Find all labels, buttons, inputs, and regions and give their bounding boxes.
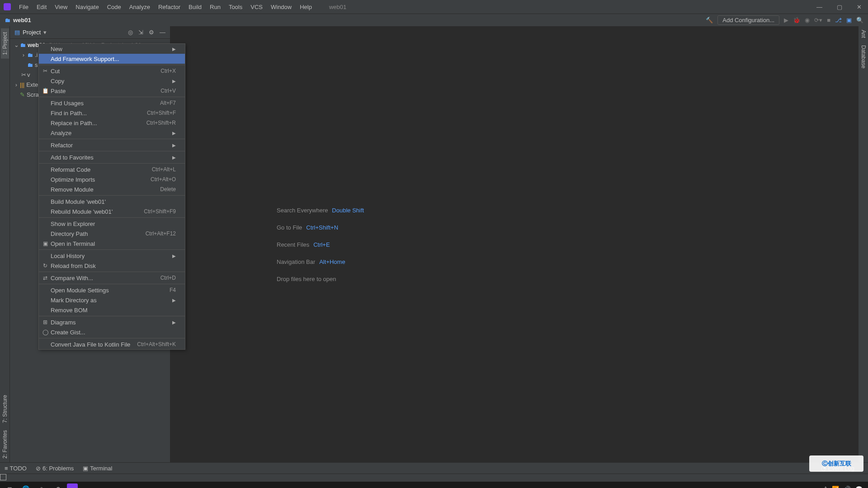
context-menu-item[interactable]: 📋PasteCtrl+V bbox=[39, 86, 185, 96]
menu-window[interactable]: Window bbox=[267, 2, 295, 12]
context-menu-item[interactable]: Local History▶ bbox=[39, 251, 185, 261]
context-menu-item[interactable]: Find in Path...Ctrl+Shift+F bbox=[39, 108, 185, 118]
tool-window-toggle-icon[interactable] bbox=[0, 474, 6, 480]
menu-item-shortcut: F4 bbox=[170, 287, 176, 293]
volume-icon[interactable]: 🔊 bbox=[844, 486, 851, 488]
maximize-icon[interactable]: ▢ bbox=[834, 3, 845, 11]
context-menu-item[interactable]: ◯Create Gist... bbox=[39, 327, 185, 337]
context-menu-item[interactable]: Mark Directory as▶ bbox=[39, 295, 185, 305]
menu-refactor[interactable]: Refactor bbox=[155, 2, 184, 12]
system-tray[interactable]: ˄ 📶 🔊 💬 bbox=[824, 486, 866, 488]
gutter-favorites[interactable]: 2: Favorites bbox=[1, 427, 9, 462]
menu-view[interactable]: View bbox=[51, 2, 71, 12]
edge-icon[interactable]: 🌐 bbox=[18, 483, 33, 488]
context-menu-item[interactable]: ▣Open in Terminal bbox=[39, 239, 185, 249]
menu-separator bbox=[39, 65, 185, 65]
chevron-down-icon[interactable]: ▾ bbox=[43, 29, 47, 36]
hide-icon[interactable]: — bbox=[160, 29, 165, 36]
context-menu-item[interactable]: Directory PathCtrl+Alt+F12 bbox=[39, 229, 185, 239]
menu-separator bbox=[39, 139, 185, 139]
status-problems[interactable]: ⊘6: Problems bbox=[36, 465, 74, 472]
locate-icon[interactable]: ◎ bbox=[128, 29, 133, 36]
menu-item-label: Find in Path... bbox=[51, 110, 147, 117]
context-menu-item[interactable]: New▶ bbox=[39, 44, 185, 54]
notifications-icon[interactable]: 💬 bbox=[855, 486, 863, 488]
context-menu-item[interactable]: Build Module 'web01' bbox=[39, 197, 185, 206]
context-menu-item[interactable]: Remove ModuleDelete bbox=[39, 184, 185, 194]
ide-bottom-strip bbox=[0, 474, 868, 482]
menu-separator bbox=[39, 97, 185, 97]
menu-vcs[interactable]: VCS bbox=[247, 2, 266, 12]
menu-file[interactable]: File bbox=[15, 2, 32, 12]
minimize-icon[interactable]: — bbox=[814, 3, 825, 11]
add-configuration-button[interactable]: Add Configuration... bbox=[717, 15, 779, 25]
menu-item-shortcut: Ctrl+Shift+F bbox=[147, 110, 176, 116]
context-menu-item[interactable]: Replace in Path...Ctrl+Shift+R bbox=[39, 118, 185, 128]
menu-tools[interactable]: Tools bbox=[225, 2, 246, 12]
run-icon[interactable]: ▶ bbox=[784, 17, 788, 23]
stop-icon[interactable]: ■ bbox=[827, 17, 830, 23]
tray-chevron-icon[interactable]: ˄ bbox=[824, 486, 827, 488]
gutter-structure[interactable]: 7: Structure bbox=[1, 391, 9, 427]
menu-item-label: Mark Directory as bbox=[51, 297, 172, 304]
panel-title[interactable]: Project bbox=[23, 29, 41, 36]
gear-icon[interactable]: ⚙ bbox=[149, 29, 154, 36]
menu-build[interactable]: Build bbox=[185, 2, 205, 12]
close-icon[interactable]: ✕ bbox=[854, 3, 864, 11]
menu-separator bbox=[39, 195, 185, 196]
wifi-icon[interactable]: 📶 bbox=[832, 486, 839, 488]
gutter-ant[interactable]: Ant bbox=[859, 26, 868, 42]
menu-item-label: Cut bbox=[51, 68, 160, 75]
menu-item-shortcut: Delete bbox=[160, 186, 176, 192]
intellij-icon[interactable] bbox=[67, 483, 78, 488]
build-icon[interactable]: 🔨 bbox=[706, 17, 713, 23]
menu-navigate[interactable]: Navigate bbox=[72, 2, 102, 12]
status-todo[interactable]: ≡TODO bbox=[5, 465, 27, 472]
submenu-arrow-icon: ▶ bbox=[172, 155, 176, 160]
chip-icon[interactable]: ▣ bbox=[846, 17, 852, 23]
menu-item-label: Diagrams bbox=[51, 319, 172, 326]
menu-analyze[interactable]: Analyze bbox=[126, 2, 154, 12]
status-terminal[interactable]: ▣Terminal bbox=[83, 465, 112, 472]
menu-item-shortcut: Ctrl+Shift+F9 bbox=[144, 208, 176, 215]
context-menu-item[interactable]: ↻Reload from Disk bbox=[39, 261, 185, 271]
context-menu-item[interactable]: Optimize ImportsCtrl+Alt+O bbox=[39, 174, 185, 184]
menu-item-label: Compare With... bbox=[51, 275, 160, 282]
coverage-icon[interactable]: ◉ bbox=[805, 17, 810, 23]
context-menu-item[interactable]: ⇄Compare With...Ctrl+D bbox=[39, 273, 185, 283]
start-button[interactable]: ⊞ bbox=[2, 483, 17, 488]
context-menu-item[interactable]: Rebuild Module 'web01'Ctrl+Shift+F9 bbox=[39, 206, 185, 216]
menu-edit[interactable]: Edit bbox=[33, 2, 50, 12]
debug-icon[interactable]: 🐞 bbox=[793, 17, 800, 23]
context-menu-item[interactable]: ✂CutCtrl+X bbox=[39, 66, 185, 76]
left-gutter: 1: Project 7: Structure 2: Favorites bbox=[0, 26, 10, 462]
search-icon[interactable]: 🔍 bbox=[856, 17, 863, 23]
settings-icon[interactable]: ⚙ bbox=[51, 483, 66, 488]
context-menu-item[interactable]: Refactor▶ bbox=[39, 140, 185, 150]
context-menu-item[interactable]: Reformat CodeCtrl+Alt+L bbox=[39, 164, 185, 174]
menu-code[interactable]: Code bbox=[104, 2, 125, 12]
menu-item-label: Add to Favorites bbox=[51, 154, 172, 161]
explorer-icon[interactable]: 🗂 bbox=[34, 483, 50, 488]
context-menu-item[interactable]: Find UsagesAlt+F7 bbox=[39, 98, 185, 108]
context-menu-item[interactable]: ⊞Diagrams▶ bbox=[39, 317, 185, 327]
context-menu-item[interactable]: Analyze▶ bbox=[39, 128, 185, 138]
context-menu-item[interactable]: Convert Java File to Kotlin FileCtrl+Alt… bbox=[39, 339, 185, 349]
git-icon[interactable]: ⎇ bbox=[835, 17, 842, 23]
menu-item-label: Convert Java File to Kotlin File bbox=[51, 341, 137, 348]
menu-run[interactable]: Run bbox=[206, 2, 224, 12]
gutter-database[interactable]: Database bbox=[859, 42, 868, 72]
context-menu-item[interactable]: Add Framework Support... bbox=[39, 54, 185, 64]
profile-icon[interactable]: ⟳▾ bbox=[814, 17, 822, 23]
menu-item-label: Optimize Imports bbox=[51, 176, 151, 183]
context-menu-item[interactable]: Open Module SettingsF4 bbox=[39, 285, 185, 295]
gutter-project[interactable]: 1: Project bbox=[1, 28, 9, 59]
breadcrumb-project[interactable]: web01 bbox=[13, 17, 31, 23]
context-menu-item[interactable]: Show in Explorer bbox=[39, 219, 185, 229]
context-menu-item[interactable]: Copy▶ bbox=[39, 76, 185, 86]
context-menu-item[interactable]: Add to Favorites▶ bbox=[39, 152, 185, 162]
menu-help[interactable]: Help bbox=[296, 2, 316, 12]
context-menu-item[interactable]: Remove BOM bbox=[39, 305, 185, 315]
expand-arrow-icon[interactable]: ⌄ bbox=[13, 42, 20, 48]
expand-icon[interactable]: ⇲ bbox=[138, 29, 143, 36]
